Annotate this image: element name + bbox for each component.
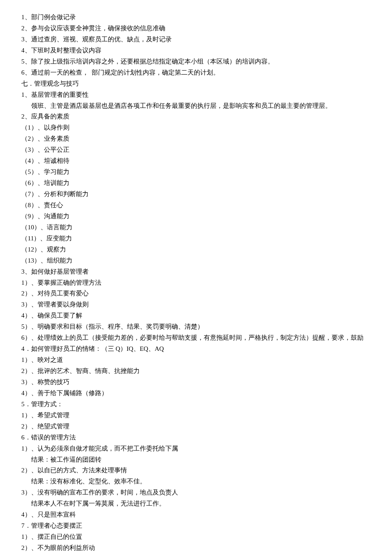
text-line: 1、基层管理者的重要性 [21,90,371,101]
text-line: 5、除了按上级指示培训内容之外，还要根据总结指定确定本小组（本区域）的培训内容。 [21,56,371,67]
text-line: 3、通过查房、巡视、观察员工的优、缺点，及时记录 [21,34,371,45]
text-line: 4）、确保员工要了解 [21,310,371,321]
text-line: 1）、要掌握正确的管理方法 [21,278,371,289]
text-line: 6）、处理绩效上的员工（接受能力差的，必要时给与帮助支援，有意拖延时间，严格执行… [21,332,371,344]
text-line: 3）、没有明确的宣布工作的要求，时间，地点及负责人 [21,487,371,498]
text-line: （7）、分析和判断能力 [21,189,371,200]
text-line: （8）、责任心 [21,200,371,211]
text-line: （10）、语言能力 [21,222,371,233]
text-line: 2）、以自已的方式、方法来处理事情 [21,465,371,476]
text-line: 2、参与会议应该要全神贯注，确保接收的信息准确 [21,23,371,34]
text-line: 2、应具备的素质 [21,111,371,122]
text-line: （13）、组织能力 [21,255,371,266]
text-line: （4）、坦诚相待 [21,156,371,167]
text-line: 6、通过前一天的检查， 部门规定的计划性内容，确定第二天的计划。 [21,67,371,78]
text-line: 结果：被工作逼的团团转 [21,454,371,465]
text-line: （1）、以身作则 [21,122,371,133]
text-line: （12）、观察力 [21,244,371,255]
text-line: 1、部门例会做记录 [21,12,371,23]
text-line: 3）、管理者要以身做则 [21,299,371,310]
text-line: （5）、学习能力 [21,167,371,178]
text-line: 2）、绝望式管理 [21,421,371,432]
text-line: 结果本人不在时下属一筹莫展，无法进行工作。 [21,498,371,509]
text-line: 7．管理者心态要摆正 [21,520,371,532]
text-line: 1）、摆正自已的位置 [21,532,371,543]
text-line: （3）、公平公正 [21,145,371,156]
text-line: 4）、只是照本宣科 [21,509,371,520]
text-line: 5．管理方式： [21,399,371,410]
text-line: 2）、批评的艺术、智商、情商、抗挫能力 [21,366,371,377]
text-line: 4．如何管理好员工的情绪：（三 Q）IQ、EQ、AQ [21,344,371,355]
text-line: 七．管理观念与技巧 [21,78,371,90]
text-line: （9）、沟通能力 [21,211,371,222]
text-line: 1）、映对之道 [21,355,371,366]
text-line: 4、下班时及时整理会议内容 [21,45,371,56]
text-line: 3）、称赞的技巧 [21,377,371,388]
text-line: 领班、主管是酒店最基层也是酒店各项工作和任务最重要的执行层，是影响宾客和员工的最… [21,101,371,112]
text-line: 4）、善于给下属铺路（修路） [21,388,371,399]
text-line: 结果：没有标准化、定型化、效率不佳。 [21,476,371,487]
text-line: 6．错误的管理方法 [21,432,371,443]
document-body: 1、部门例会做记录2、参与会议应该要全神贯注，确保接收的信息准确3、通过查房、巡… [21,12,371,554]
text-line: （6）、培训能力 [21,178,371,189]
text-line: 2）、不为眼前的利益所动 [21,543,371,554]
text-line: （2）、业务素质 [21,133,371,145]
text-line: 1）、认为必须亲自做才能完成，而不把工作委托给下属 [21,443,371,454]
text-line: 2）、对待员工要有爱心 [21,288,371,299]
text-line: 5）、明确要求和目标（指示、程序、结果、奖罚要明确、清楚） [21,321,371,332]
text-line: 1）、希望式管理 [21,410,371,421]
text-line: 3、如何做好基层管理者 [21,266,371,278]
text-line: （11）、应变能力 [21,233,371,244]
